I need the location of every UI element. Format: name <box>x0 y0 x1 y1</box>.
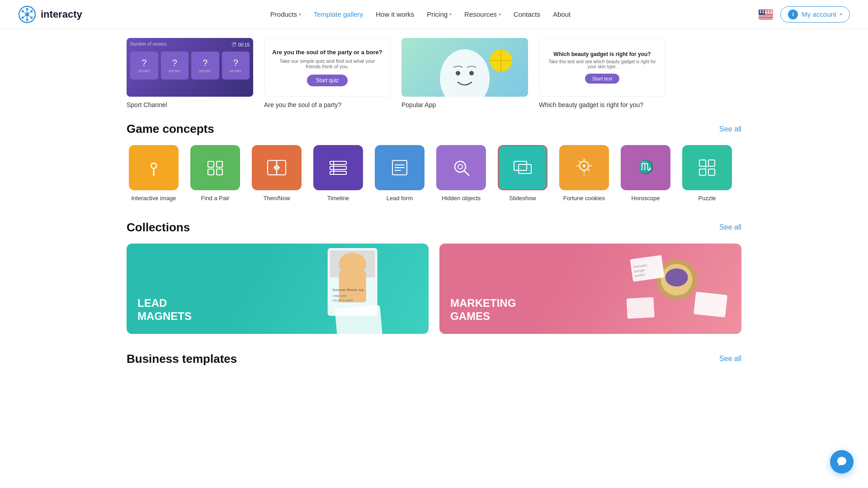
puzzle-icon-box <box>682 145 732 190</box>
products-arrow: ▾ <box>299 12 301 17</box>
quiz-title: Are you the soul of the party or a bore? <box>272 49 382 56</box>
lead-magnets-illustration: Summer fitness ma... • take part • to ge… <box>263 244 429 334</box>
nav-pricing[interactable]: Pricing ▾ <box>427 10 452 18</box>
us-flag-icon: ★★★★★★ ★★★★★ <box>759 9 773 19</box>
nav-resources[interactable]: Resources ▾ <box>464 10 501 18</box>
beauty-card-preview: Which beauty gadget is right for you? Ta… <box>539 38 665 97</box>
game-item-fortune-cookies[interactable]: ? Fortune cookies <box>557 145 611 202</box>
sport-card-preview: Number of moves: ⏱ 00:15 ?SPORT ?SPORT ?… <box>127 38 253 97</box>
nav-contacts[interactable]: Contacts <box>514 10 540 18</box>
svg-point-31 <box>153 174 155 176</box>
game-item-timeline[interactable]: Timeline <box>311 145 365 202</box>
collections-title: Collections <box>127 221 190 235</box>
svg-point-26 <box>469 71 474 75</box>
sport-timer: ⏱ 00:15 <box>231 42 250 48</box>
svg-rect-40 <box>330 161 346 164</box>
quiz-sub: Take our simple quiz and find out what y… <box>272 58 383 69</box>
interactive-image-icon-box <box>129 145 179 190</box>
beauty-sub: Take this test and see which beauty gadg… <box>545 59 660 69</box>
horoscope-icon-box: ♏ <box>621 145 670 190</box>
slideshow-icon <box>512 157 533 178</box>
find-a-pair-icon <box>204 157 226 178</box>
collections-header: Collections See all <box>127 221 741 235</box>
svg-text:• take part: • take part <box>332 294 346 298</box>
game-item-puzzle[interactable]: Puzzle <box>680 145 734 202</box>
hidden-objects-icon <box>450 157 472 178</box>
resources-arrow: ▾ <box>499 12 501 17</box>
find-a-pair-label: Find a Pair <box>201 195 230 202</box>
puzzle-label: Puzzle <box>698 195 716 202</box>
slideshow-icon-box <box>498 145 547 190</box>
svg-rect-33 <box>217 161 222 167</box>
sport-cell-4: ?SPORT <box>222 52 250 80</box>
game-item-find-a-pair[interactable]: Find a Pair <box>188 145 242 202</box>
app-card-title: Popular App <box>401 101 528 108</box>
svg-rect-52 <box>519 164 531 174</box>
svg-point-79 <box>665 268 688 286</box>
svg-rect-80 <box>630 255 664 282</box>
logo[interactable]: interacty <box>18 5 82 23</box>
top-card-sport[interactable]: Number of moves: ⏱ 00:15 ?SPORT ?SPORT ?… <box>127 38 253 108</box>
fortune-cookies-icon: ? <box>573 157 595 178</box>
business-templates-see-all[interactable]: See all <box>719 355 741 363</box>
interactive-image-icon <box>143 157 165 178</box>
collections-grid: LEADMAGNETS Summer fitness ma... • take … <box>127 244 741 334</box>
beauty-title: Which beauty gadget is right for you? <box>553 51 651 57</box>
svg-rect-32 <box>208 161 214 167</box>
top-card-beauty[interactable]: Which beauty gadget is right for you? Ta… <box>539 38 665 108</box>
interactive-image-label: Interactive image <box>132 195 176 202</box>
svg-rect-66 <box>708 169 715 175</box>
game-item-lead-form[interactable]: Lead form <box>373 145 427 202</box>
game-item-horoscope[interactable]: ♏ Horoscope <box>618 145 673 202</box>
game-grid: Interactive image Find a Pair <box>127 145 741 202</box>
game-item-hidden-objects[interactable]: Hidden objects <box>434 145 488 202</box>
my-account-button[interactable]: i My account ▾ <box>780 6 850 23</box>
collections-section: Collections See all LEADMAGNETS <box>127 221 741 334</box>
nav-how-it-works[interactable]: How it works <box>376 10 414 18</box>
language-flag[interactable]: ★★★★★★ ★★★★★ <box>759 9 773 19</box>
top-card-quiz[interactable]: Are you the soul of the party or a bore?… <box>264 38 391 108</box>
my-account-arrow: ▾ <box>840 12 842 17</box>
svg-text:♏: ♏ <box>638 160 654 174</box>
game-item-then-now[interactable]: Then/Now <box>250 145 304 202</box>
marketing-games-image: Find pairs and get a prize! <box>576 244 741 334</box>
svg-rect-72 <box>339 271 366 302</box>
svg-rect-76 <box>335 305 385 334</box>
top-card-app[interactable]: Popular App <box>401 38 528 108</box>
svg-rect-81 <box>693 291 727 317</box>
nav-links: Products ▾ Template gallery How it works… <box>270 10 571 18</box>
beauty-start-btn[interactable]: Start test <box>585 74 619 84</box>
collection-marketing-games[interactable]: MARKETINGGAMES Find pairs and <box>439 244 741 334</box>
game-item-slideshow[interactable]: Slideshow <box>495 145 550 202</box>
slideshow-label: Slideshow <box>509 195 536 202</box>
sport-cell-1: ?SPORT <box>130 52 158 80</box>
fortune-cookies-label: Fortune cookies <box>563 195 605 202</box>
fortune-cookies-icon-box: ? <box>559 145 609 190</box>
svg-text:• to get a prize!: • to get a prize! <box>332 299 353 302</box>
svg-rect-51 <box>514 161 527 170</box>
sport-cell-3: ?SPORT <box>191 52 219 80</box>
marketing-games-text: MARKETINGGAMES <box>439 286 527 334</box>
nav-right: ★★★★★★ ★★★★★ i My account ▾ <box>759 6 850 23</box>
svg-point-24 <box>440 49 490 97</box>
game-concepts-see-all[interactable]: See all <box>719 125 741 133</box>
business-templates-title: Business templates <box>127 352 237 366</box>
hidden-objects-label: Hidden objects <box>442 195 481 202</box>
nav-template-gallery[interactable]: Template gallery <box>314 10 363 18</box>
logo-text: interacty <box>41 9 82 20</box>
sport-cell-2: ?SPORT <box>161 52 189 80</box>
collections-see-all[interactable]: See all <box>719 223 741 231</box>
svg-rect-82 <box>626 297 654 319</box>
collection-lead-magnets[interactable]: LEADMAGNETS Summer fitness ma... • take … <box>127 244 429 334</box>
svg-point-54 <box>583 164 585 167</box>
nav-products[interactable]: Products ▾ <box>270 10 301 18</box>
game-item-interactive-image[interactable]: Interactive image <box>127 145 181 202</box>
quiz-start-btn[interactable]: Start quiz <box>307 75 348 86</box>
svg-line-60 <box>589 170 590 171</box>
app-card-preview <box>401 38 528 97</box>
nav-about[interactable]: About <box>553 10 571 18</box>
game-concepts-section: Game concepts See all Interactive image <box>127 122 741 202</box>
app-illustration <box>401 38 528 97</box>
marketing-games-illustration: Find pairs and get a prize! <box>576 244 741 334</box>
svg-rect-18 <box>759 14 773 15</box>
